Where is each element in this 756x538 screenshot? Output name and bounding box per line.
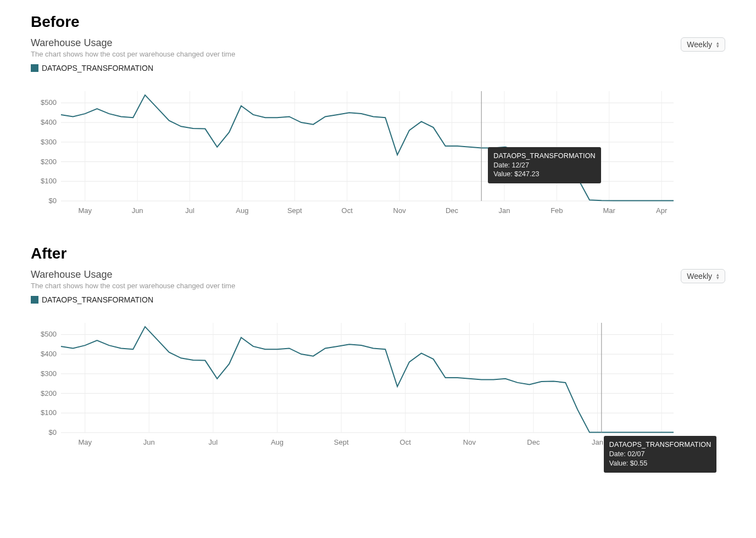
frequency-value: Weekly bbox=[687, 40, 712, 49]
chart-title-group: Warehouse Usage The chart shows how the … bbox=[31, 269, 235, 290]
tooltip-date-value: 02/07 bbox=[627, 450, 644, 458]
chart-title: Warehouse Usage bbox=[31, 269, 235, 281]
svg-text:May: May bbox=[78, 438, 92, 446]
frequency-select[interactable]: Weekly ▴▾ bbox=[681, 37, 725, 52]
chart-legend: DATAOPS_TRANSFORMATION bbox=[31, 295, 725, 304]
legend-series-label: DATAOPS_TRANSFORMATION bbox=[42, 64, 153, 72]
chart-svg-after[interactable]: $500$400$300$200$100$0MayJunJulAugSeptOc… bbox=[31, 317, 679, 449]
svg-text:$100: $100 bbox=[41, 408, 57, 417]
chart-legend: DATAOPS_TRANSFORMATION bbox=[31, 64, 725, 72]
svg-text:$400: $400 bbox=[41, 118, 57, 126]
svg-text:Jun: Jun bbox=[143, 438, 155, 446]
frequency-select[interactable]: Weekly ▴▾ bbox=[681, 269, 725, 283]
svg-text:$500: $500 bbox=[41, 330, 57, 338]
svg-text:Nov: Nov bbox=[463, 438, 476, 446]
chart-block-after: Warehouse Usage The chart shows how the … bbox=[31, 269, 725, 449]
legend-series-label: DATAOPS_TRANSFORMATION bbox=[42, 295, 153, 304]
svg-text:Sept: Sept bbox=[287, 206, 302, 215]
svg-text:Apr: Apr bbox=[656, 206, 668, 215]
svg-text:Nov: Nov bbox=[393, 206, 407, 215]
svg-text:Jun: Jun bbox=[132, 206, 143, 215]
svg-text:Oct: Oct bbox=[342, 206, 353, 215]
legend-swatch bbox=[31, 64, 38, 72]
chart-area-after[interactable]: $500$400$300$200$100$0MayJunJulAugSeptOc… bbox=[31, 317, 725, 449]
svg-text:$400: $400 bbox=[41, 350, 57, 358]
svg-text:$0: $0 bbox=[49, 428, 57, 436]
svg-text:$500: $500 bbox=[41, 98, 57, 107]
chart-subtitle: The chart shows how the cost per warehou… bbox=[31, 282, 235, 290]
svg-text:$300: $300 bbox=[41, 369, 57, 378]
svg-text:Oct: Oct bbox=[400, 438, 412, 446]
chart-title-group: Warehouse Usage The chart shows how the … bbox=[31, 37, 235, 58]
svg-text:$0: $0 bbox=[49, 197, 57, 205]
tooltip-value-row: Value: $0.55 bbox=[609, 459, 711, 468]
svg-text:$300: $300 bbox=[41, 138, 57, 146]
svg-text:$100: $100 bbox=[41, 177, 57, 185]
chart-header: Warehouse Usage The chart shows how the … bbox=[31, 37, 725, 58]
svg-text:Jul: Jul bbox=[209, 438, 218, 446]
svg-text:Feb: Feb bbox=[655, 438, 668, 446]
svg-text:$200: $200 bbox=[41, 158, 57, 166]
svg-text:Dec: Dec bbox=[446, 206, 459, 215]
svg-text:May: May bbox=[78, 206, 92, 215]
section-after-label: After bbox=[31, 245, 725, 262]
tooltip-value-label: Value: bbox=[609, 459, 629, 467]
svg-text:Dec: Dec bbox=[527, 438, 540, 446]
svg-text:Feb: Feb bbox=[551, 206, 563, 215]
tooltip-value: $0.55 bbox=[630, 459, 647, 467]
chart-subtitle: The chart shows how the cost per warehou… bbox=[31, 50, 235, 58]
chart-header: Warehouse Usage The chart shows how the … bbox=[31, 269, 725, 290]
svg-text:Jan: Jan bbox=[498, 206, 510, 215]
svg-text:Jan: Jan bbox=[592, 438, 603, 446]
tooltip-date-row: Date: 02/07 bbox=[609, 450, 711, 459]
frequency-value: Weekly bbox=[687, 272, 712, 281]
tooltip-date-label: Date: bbox=[609, 450, 626, 458]
svg-text:Sept: Sept bbox=[334, 438, 349, 446]
svg-text:Jul: Jul bbox=[185, 206, 194, 215]
chart-area-before[interactable]: $500$400$300$200$100$0MayJunJulAugSeptOc… bbox=[31, 86, 725, 217]
chevron-updown-icon: ▴▾ bbox=[716, 41, 719, 48]
legend-swatch bbox=[31, 296, 38, 304]
chevron-updown-icon: ▴▾ bbox=[716, 273, 719, 279]
chart-title: Warehouse Usage bbox=[31, 37, 235, 49]
chart-svg-before[interactable]: $500$400$300$200$100$0MayJunJulAugSeptOc… bbox=[31, 86, 679, 217]
svg-text:Aug: Aug bbox=[271, 438, 284, 446]
chart-block-before: Warehouse Usage The chart shows how the … bbox=[31, 37, 725, 217]
section-before-label: Before bbox=[31, 13, 725, 31]
svg-text:Mar: Mar bbox=[603, 206, 616, 215]
svg-text:$200: $200 bbox=[41, 389, 57, 397]
svg-text:Aug: Aug bbox=[236, 206, 248, 215]
